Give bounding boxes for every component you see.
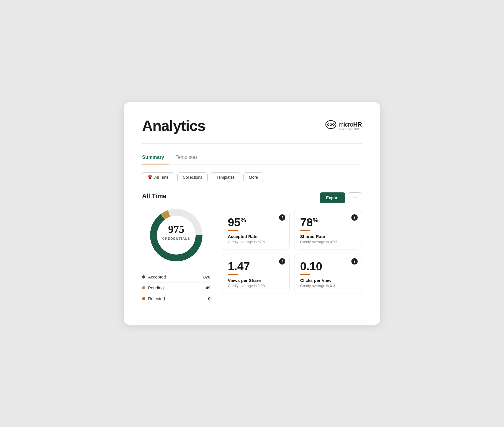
page-title: Analytics (142, 117, 205, 134)
stat-sub-views-per-share: Credly average is 3.28 (228, 284, 284, 288)
accent-line-shared-rate (300, 230, 310, 231)
filter-all-time[interactable]: 📅 All Time (142, 172, 174, 182)
pending-label: Pending (148, 285, 164, 290)
main-card: Analytics microHR powered by HKCP Sum (124, 102, 380, 325)
stat-value-accepted-rate: 95% (228, 216, 284, 229)
tabs-row: Summary Templates (142, 152, 362, 164)
more-options-button[interactable]: ··· (348, 192, 362, 203)
stat-label-accepted-rate: Accepted Rate (228, 234, 284, 239)
svg-point-3 (333, 124, 334, 125)
action-buttons: Export ··· (320, 192, 362, 203)
rejected-label: Rejected (148, 296, 165, 301)
legend-item-accepted: Accepted 876 (142, 272, 210, 282)
stat-sub-shared-rate: Credly average is 47% (300, 240, 356, 244)
filter-row: 📅 All Time Collections Templates More (142, 172, 362, 182)
svg-point-2 (330, 124, 332, 125)
filter-templates[interactable]: Templates (211, 172, 240, 182)
stats-grid: i 95% Accepted Rate Credly average is 67… (222, 210, 362, 293)
pending-count: 49 (206, 285, 210, 290)
donut-center-label: CREDENTIALS (162, 237, 190, 240)
stat-card-shared-rate: i 78% Shared Rate Credly average is 47% (294, 210, 362, 249)
stat-sub-accepted-rate: Credly average is 67% (228, 240, 284, 244)
logo-icon (325, 120, 336, 131)
pending-dot (142, 286, 145, 289)
section-title: All Time (142, 192, 166, 200)
logo-subtext: powered by HKCP (339, 128, 362, 131)
rejected-count: 0 (208, 296, 210, 301)
filter-more[interactable]: More (243, 172, 263, 182)
logo: microHR powered by HKCP (325, 120, 362, 131)
tab-templates[interactable]: Templates (175, 152, 202, 164)
stat-label-views-per-share: Views per Share (228, 278, 284, 283)
stat-value-views-per-share: 1.47 (228, 260, 284, 273)
legend-item-rejected: Rejected 0 (142, 293, 210, 304)
legend: Accepted 876 Pending 49 Rejected (142, 272, 210, 304)
accent-line-accepted-rate (228, 230, 238, 231)
calendar-icon: 📅 (147, 175, 152, 180)
stat-sub-clicks-per-view: Credly average is 0.31 (300, 284, 356, 288)
accent-line-views-per-share (228, 274, 238, 275)
info-icon-shared-rate[interactable]: i (351, 214, 358, 221)
export-button[interactable]: Export (320, 192, 345, 203)
donut-chart: 975 CREDENTIALS (148, 207, 205, 264)
stat-card-accepted-rate: i 95% Accepted Rate Credly average is 67… (222, 210, 290, 249)
legend-item-pending: Pending 49 (142, 282, 210, 293)
stat-value-shared-rate: 78% (300, 216, 356, 229)
left-top-row: All Time (142, 192, 210, 200)
rejected-dot (142, 297, 145, 300)
header: Analytics microHR powered by HKCP (142, 117, 362, 134)
logo-text: microHR (339, 121, 362, 128)
stat-card-clicks-per-view: i 0.10 Clicks per View Credly average is… (294, 254, 362, 293)
accepted-count: 876 (203, 274, 210, 279)
donut-center-value: 975 (168, 223, 185, 235)
right-top-row: spacer Export ··· (222, 192, 362, 203)
right-panel: spacer Export ··· i 95% Accepted Rate Cr… (222, 192, 362, 293)
info-icon-accepted-rate[interactable]: i (279, 214, 285, 221)
stat-label-shared-rate: Shared Rate (300, 234, 356, 239)
info-icon-views-per-share[interactable]: i (279, 258, 285, 265)
main-content: All Time 975 (142, 192, 362, 304)
info-icon-clicks-per-view[interactable]: i (351, 258, 358, 265)
left-panel: All Time 975 (142, 192, 210, 304)
tab-summary[interactable]: Summary (142, 152, 169, 164)
stat-value-clicks-per-view: 0.10 (300, 260, 356, 273)
donut-container: 975 CREDENTIALS (142, 207, 210, 264)
accepted-label: Accepted (148, 274, 166, 279)
header-divider (142, 143, 362, 144)
stat-label-clicks-per-view: Clicks per View (300, 278, 356, 283)
stat-card-views-per-share: i 1.47 Views per Share Credly average is… (222, 254, 290, 293)
svg-point-1 (327, 124, 329, 125)
filter-collections[interactable]: Collections (177, 172, 208, 182)
accent-line-clicks-per-view (300, 274, 310, 275)
accepted-dot (142, 275, 145, 278)
